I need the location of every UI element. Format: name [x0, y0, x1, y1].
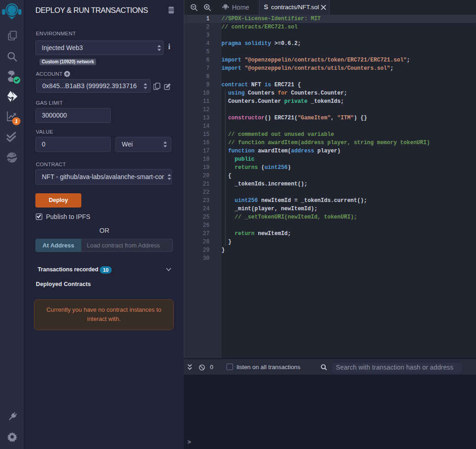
svg-text:1: 1: [15, 118, 17, 124]
